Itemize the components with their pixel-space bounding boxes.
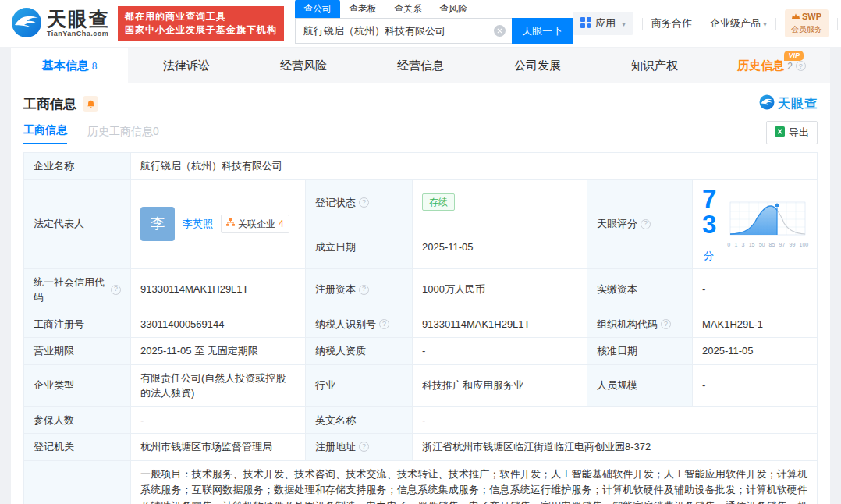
tianyancha-wave-icon <box>11 7 42 41</box>
tab-basic-info[interactable]: 基本信息8 <box>11 48 128 83</box>
field-label: 核准日期 <box>587 338 693 365</box>
table-row: 营业期限 2025-11-05 至 无固定期限 纳税人资质 - 核准日期 202… <box>24 338 818 365</box>
table-row: 企业类型 有限责任公司(自然人投资或控股的法人独资) 行业 科技推广和应用服务业… <box>24 364 818 406</box>
help-icon[interactable]: ? <box>359 285 369 295</box>
score-value: 73分 <box>702 186 716 263</box>
divider <box>701 18 701 30</box>
export-button[interactable]: 导出 <box>766 121 818 144</box>
tab-intellectual-property[interactable]: 知识产权 <box>596 48 713 83</box>
help-icon[interactable]: ? <box>359 442 369 452</box>
table-row: 法定代表人 李 李英照 关联企业 4 登记状态? 存续 天眼评分? 73分 <box>24 179 818 225</box>
registration-number-value: 330114000569144 <box>131 311 306 338</box>
subtab-business-info[interactable]: 工商信息 <box>23 123 67 144</box>
related-companies-badge[interactable]: 关联企业 4 <box>221 215 289 233</box>
subscribe-bell-icon[interactable] <box>83 96 98 112</box>
help-icon[interactable]: ? <box>359 197 369 208</box>
crown-icon <box>792 12 800 23</box>
help-icon[interactable]: ? <box>661 319 671 329</box>
enterprise-products-link[interactable]: 企业级产品▾ <box>710 16 767 30</box>
tab-count: 2 <box>787 61 793 72</box>
top-menu: 应用 ▾ 商务合作 企业级产品▾ SWP 会员服务 此处有... ▾ <box>573 9 841 37</box>
brand-slogan: 都在用的商业查询工具 国家中小企业发展子基金旗下机构 <box>118 6 284 41</box>
tab-company-development[interactable]: 公司发展 <box>479 48 596 83</box>
business-term-value: 2025-11-05 至 无固定期限 <box>131 338 306 365</box>
vip-badge: VIP <box>784 51 804 61</box>
company-type-value: 有限责任公司(自然人投资或控股的法人独资) <box>131 364 306 406</box>
org-chart-icon <box>226 217 235 231</box>
legal-representative-cell: 李 李英照 关联企业 4 <box>131 179 306 268</box>
table-row: 统一社会信用代码? 91330114MAK1H29L1T 注册资本? 1000万… <box>24 268 818 311</box>
table-row: 企业名称 航行锐启（杭州）科技有限公司 <box>24 153 818 180</box>
taxpayer-id-value: 91330114MAK1H29L1T <box>413 311 587 338</box>
company-name-value: 航行锐启（杭州）科技有限公司 <box>131 153 818 180</box>
help-icon[interactable]: ? <box>796 61 806 71</box>
score-chart-ticks: 0131550859799100 <box>727 242 808 247</box>
search-tab-boss[interactable]: 查老板 <box>340 0 385 18</box>
field-label: 企业类型 <box>24 364 131 406</box>
slogan-line1: 都在用的商业查询工具 <box>125 10 277 23</box>
search-tab-relation[interactable]: 查关系 <box>385 0 431 18</box>
registered-capital-value: 1000万人民币 <box>413 268 587 311</box>
paid-capital-value: - <box>693 268 818 311</box>
score-marker-pin <box>775 203 779 208</box>
taxpayer-qualification-value: - <box>413 338 587 365</box>
status-badge: 存续 <box>422 193 455 211</box>
avatar[interactable]: 李 <box>140 207 175 241</box>
tab-count: 8 <box>92 61 98 72</box>
field-label: 经营范围? <box>24 460 131 504</box>
tab-operation-risk[interactable]: 经营风险 <box>245 48 362 83</box>
registration-status-value: 存续 <box>413 179 587 225</box>
apps-grid-icon <box>580 17 591 30</box>
field-label: 纳税人资质 <box>306 338 413 365</box>
field-label: 天眼评分? <box>587 179 693 268</box>
approval-date-value: 2025-11-05 <box>693 338 818 365</box>
field-label: 成立日期 <box>306 225 413 268</box>
tab-operation-info[interactable]: 经营信息 <box>362 48 479 83</box>
tab-history-info[interactable]: VIP 历史信息2 ? <box>713 48 830 83</box>
top-header: 天眼查 TianYanCha.com 都在用的商业查询工具 国家中小企业发展子基… <box>0 0 841 47</box>
subtab-history-business-info[interactable]: 历史工商信息0 <box>87 125 159 144</box>
field-label: 工商注册号 <box>24 311 131 338</box>
org-code-value: MAK1H29L-1 <box>693 311 818 338</box>
field-label: 注册资本? <box>306 268 413 311</box>
search-box: 查公司 查老板 查关系 查风险 天眼一下 <box>295 3 573 44</box>
search-button[interactable]: 天眼一下 <box>512 18 573 44</box>
business-cooperation-link[interactable]: 商务合作 <box>651 16 692 30</box>
divider <box>642 18 643 30</box>
watermark-wave-icon <box>759 94 775 113</box>
search-tab-company[interactable]: 查公司 <box>295 0 340 18</box>
legal-representative-link[interactable]: 李英照 <box>183 216 213 232</box>
field-label: 组织机构代码? <box>587 311 693 338</box>
established-date-value: 2025-11-05 <box>413 225 587 268</box>
tianyancha-logo[interactable]: 天眼查 TianYanCha.com <box>11 7 110 41</box>
apps-menu-button[interactable]: 应用 ▾ <box>573 12 633 35</box>
table-row: 登记机关 杭州市钱塘区市场监督管理局 注册地址? 浙江省杭州市钱塘区临江街道临江… <box>24 434 818 461</box>
field-label: 营业期限 <box>24 338 131 365</box>
business-info-card: 工商信息 天眼查 工商信息 历史工商信息0 导出 企业名称 航行锐启（杭州）科技… <box>11 83 830 504</box>
divider <box>775 18 776 30</box>
table-row: 参保人数 - 英文名称 - <box>24 406 818 434</box>
uscc-value: 91330114MAK1H29L1T <box>131 268 306 311</box>
search-input[interactable] <box>295 18 512 44</box>
field-label: 人员规模 <box>587 364 693 406</box>
vip-membership-button[interactable]: SWP 会员服务 <box>785 9 829 37</box>
help-icon[interactable]: ? <box>111 285 121 295</box>
clear-search-icon[interactable] <box>494 25 506 37</box>
insured-count-value: - <box>131 406 306 434</box>
section-title: 工商信息 <box>23 95 76 113</box>
field-label: 纳税人识别号? <box>306 311 413 338</box>
logo-name: 天眼查 <box>47 9 110 29</box>
registration-authority-value: 杭州市钱塘区市场监督管理局 <box>131 434 306 461</box>
table-row: 经营范围? 一般项目：技术服务、技术开发、技术咨询、技术交流、技术转让、技术推广… <box>24 460 818 504</box>
help-icon[interactable]: ? <box>641 219 651 229</box>
field-label: 参保人数 <box>24 406 131 434</box>
field-label: 企业名称 <box>24 153 131 180</box>
help-icon[interactable]: ? <box>379 319 389 329</box>
search-tab-risk[interactable]: 查风险 <box>431 0 476 18</box>
business-info-table: 企业名称 航行锐启（杭州）科技有限公司 法定代表人 李 李英照 关联企业 4 登… <box>23 152 818 504</box>
field-label: 统一社会信用代码? <box>24 268 131 311</box>
field-label: 英文名称 <box>306 406 413 434</box>
excel-icon <box>775 126 785 139</box>
field-label: 实缴资本 <box>587 268 693 311</box>
tab-legal-litigation[interactable]: 法律诉讼 <box>128 48 245 83</box>
